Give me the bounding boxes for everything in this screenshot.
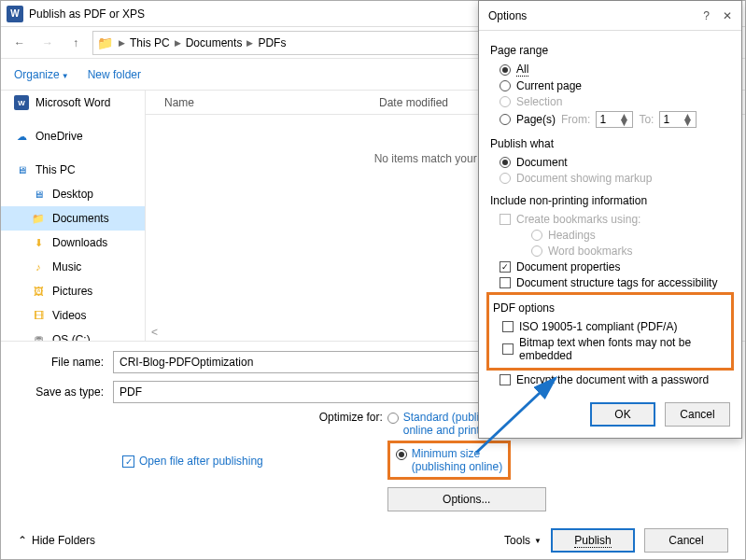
- selection-radio: Selection: [500, 95, 730, 108]
- chevron-icon: ▶: [117, 38, 127, 48]
- to-spinner[interactable]: 1▲▼: [659, 111, 697, 128]
- folder-icon: 📁: [97, 35, 113, 50]
- from-spinner[interactable]: 1▲▼: [596, 111, 633, 128]
- back-button[interactable]: ←: [8, 32, 31, 54]
- checkbox-icon: ✓: [500, 261, 511, 273]
- radio-icon: [500, 173, 511, 184]
- bitmap-text-check[interactable]: Bitmap text when fonts may not be embedd…: [502, 336, 727, 362]
- tools-menu[interactable]: Tools ▼: [504, 534, 542, 547]
- document-radio[interactable]: Document: [500, 156, 730, 169]
- sidebar-item-onedrive[interactable]: ☁OneDrive: [1, 124, 145, 148]
- current-page-radio[interactable]: Current page: [500, 79, 730, 92]
- sidebar-item-pictures[interactable]: 🖼Pictures: [1, 279, 145, 303]
- chevron-icon: ▶: [245, 38, 255, 48]
- help-icon[interactable]: ?: [703, 9, 710, 22]
- drive-icon: ⛃: [31, 332, 46, 341]
- cloud-icon: ☁: [14, 129, 29, 144]
- page-range-label: Page range: [490, 44, 730, 57]
- highlight-annotation: PDF options ISO 19005-1 compliant (PDF/A…: [486, 292, 734, 371]
- checkbox-icon: [502, 321, 514, 332]
- cancel-button[interactable]: Cancel: [665, 402, 730, 427]
- chevron-down-icon: ▼: [534, 537, 542, 545]
- word-icon: W: [7, 6, 23, 22]
- up-button[interactable]: ↑: [64, 32, 87, 54]
- sidebar-item-word[interactable]: WMicrosoft Word: [1, 91, 145, 115]
- all-radio[interactable]: All: [500, 63, 730, 77]
- organize-menu[interactable]: Organize▼: [14, 68, 69, 81]
- word-icon: W: [14, 95, 29, 110]
- crumb-documents[interactable]: Documents: [183, 36, 246, 49]
- checkbox-icon: [502, 343, 514, 355]
- open-after-checkbox[interactable]: ✓ Open file after publishing: [122, 411, 263, 511]
- options-titlebar: Options ? ✕: [479, 1, 741, 31]
- radio-icon: [500, 80, 511, 91]
- sidebar: WMicrosoft Word ☁OneDrive 🖥This PC 🖥Desk…: [1, 91, 146, 341]
- to-label: To:: [639, 113, 654, 126]
- videos-icon: 🎞: [31, 308, 46, 323]
- pdf-options-label: PDF options: [493, 301, 727, 315]
- pictures-icon: 🖼: [31, 284, 46, 299]
- sidebar-item-documents[interactable]: 📁Documents: [1, 206, 145, 231]
- cancel-button[interactable]: Cancel: [644, 528, 728, 553]
- filename-label: File name:: [18, 356, 113, 369]
- sidebar-item-downloads[interactable]: ⬇Downloads: [1, 231, 145, 255]
- radio-icon: [396, 449, 407, 460]
- encrypt-check[interactable]: Encrypt the document with a password: [500, 373, 730, 386]
- close-icon[interactable]: ✕: [723, 9, 732, 22]
- options-title: Options: [488, 9, 527, 22]
- checkbox-icon: ✓: [122, 455, 134, 468]
- checkbox-icon: [500, 374, 511, 385]
- pages-radio[interactable]: [500, 114, 511, 125]
- from-label: From:: [561, 113, 590, 126]
- options-dialog: Options ? ✕ Page range All Current page …: [478, 0, 742, 439]
- sidebar-item-thispc[interactable]: 🖥This PC: [1, 158, 145, 182]
- optimize-label: Optimize for:: [319, 411, 383, 424]
- download-icon: ⬇: [31, 235, 46, 250]
- sidebar-item-music[interactable]: ♪Music: [1, 255, 145, 279]
- checkbox-icon: [500, 277, 511, 288]
- crumb-thispc[interactable]: This PC: [127, 36, 173, 49]
- word-bookmarks-radio: Word bookmarks: [531, 245, 730, 258]
- hide-folders-button[interactable]: ⌃ Hide Folders: [18, 534, 95, 547]
- pc-icon: 🖥: [14, 162, 29, 177]
- include-nonprint-label: Include non-printing information: [490, 194, 730, 207]
- doc-structure-check[interactable]: Document structure tags for accessibilit…: [500, 276, 730, 289]
- forward-button[interactable]: →: [36, 32, 59, 54]
- chevron-up-icon: ⌃: [18, 534, 27, 547]
- radio-icon: [500, 96, 511, 107]
- publish-button[interactable]: Publish: [551, 528, 635, 553]
- options-button[interactable]: Options...: [387, 487, 546, 511]
- sidebar-item-videos[interactable]: 🎞Videos: [1, 303, 145, 328]
- document-markup-radio: Document showing markup: [500, 172, 730, 185]
- radio-icon: [387, 413, 399, 424]
- radio-icon: [500, 64, 511, 76]
- optimize-minimum-radio[interactable]: Minimum size(publishing online): [396, 447, 502, 473]
- iso-compliant-check[interactable]: ISO 19005-1 compliant (PDF/A): [502, 320, 727, 333]
- bottom-row: ⌃ Hide Folders Tools ▼ Publish Cancel: [1, 511, 745, 560]
- chevron-icon: ▶: [173, 38, 183, 48]
- folder-icon: 📁: [31, 211, 46, 226]
- checkbox-icon: [500, 214, 511, 225]
- radio-icon: [500, 157, 511, 168]
- desktop-icon: 🖥: [31, 187, 46, 202]
- music-icon: ♪: [31, 259, 46, 274]
- sidebar-item-desktop[interactable]: 🖥Desktop: [1, 182, 145, 206]
- crumb-pdfs[interactable]: PDFs: [255, 36, 289, 49]
- pages-label: Page(s): [516, 113, 556, 126]
- sidebar-item-osc[interactable]: ⛃OS (C:): [1, 328, 145, 341]
- create-bookmarks-check: Create bookmarks using:: [500, 213, 730, 226]
- dialog-title: Publish as PDF or XPS: [29, 7, 145, 21]
- col-name[interactable]: Name: [146, 96, 379, 109]
- ok-button[interactable]: OK: [590, 402, 655, 427]
- new-folder-button[interactable]: New folder: [88, 68, 141, 81]
- radio-icon: [531, 230, 542, 241]
- publish-what-label: Publish what: [490, 137, 730, 150]
- highlight-annotation: Minimum size(publishing online): [387, 441, 511, 480]
- savetype-label: Save as type:: [18, 385, 113, 399]
- radio-icon: [531, 245, 542, 257]
- headings-radio: Headings: [531, 229, 730, 242]
- col-date[interactable]: Date modified: [379, 96, 448, 109]
- doc-properties-check[interactable]: ✓Document properties: [500, 260, 730, 273]
